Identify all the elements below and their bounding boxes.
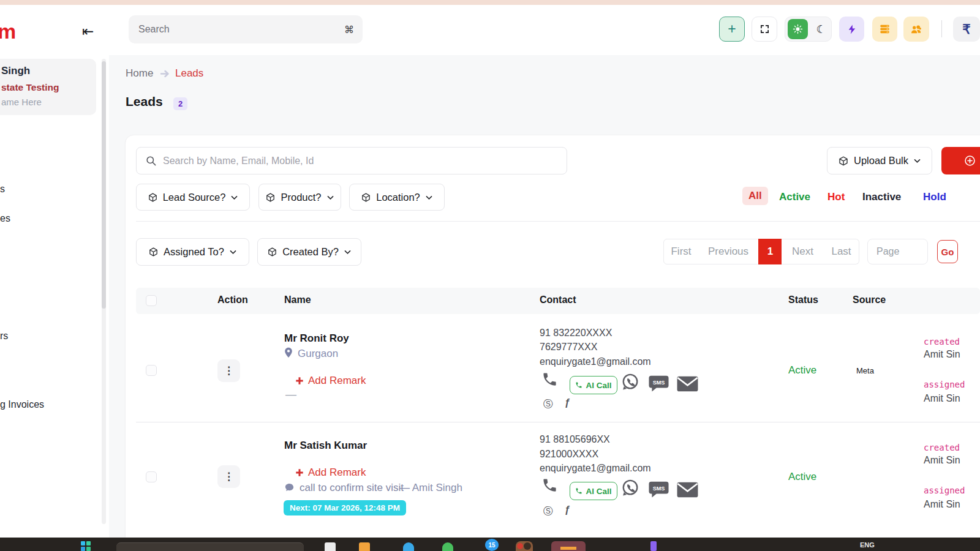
light-mode-button[interactable] [788,19,808,39]
row-divider [136,422,980,422]
sidebar-user-card[interactable]: Singh state Testing ame Here [0,59,96,115]
tab-hot[interactable]: Hot [827,191,845,203]
taskbar-app-icon[interactable] [442,542,453,551]
os-taskbar: 15 ENG [0,538,980,551]
pagination-next[interactable]: Next [782,239,824,264]
pagination-current[interactable]: 1 [758,239,782,264]
pagination-first[interactable]: First [663,239,699,264]
people-icon [910,23,922,36]
filter-lead-source[interactable]: Lead Source? [136,184,250,211]
sms-icon[interactable]: SMS [647,374,670,392]
leads-search-input[interactable] [163,156,559,167]
lead-name[interactable]: Mr Ronit Roy [284,332,349,345]
add-remark-link[interactable]: Add Remark [295,375,366,387]
taskbar-app-icon[interactable] [325,542,336,551]
sidebar-item[interactable]: rs [0,331,8,342]
leads-search[interactable] [136,147,567,174]
facebook-icon[interactable]: ƒ [565,397,570,408]
breadcrumb-current[interactable]: Leads [175,67,203,80]
column-contact: Contact [540,294,576,305]
automation-button[interactable] [839,17,864,42]
skype-icon[interactable]: Ⓢ [543,505,553,518]
collapse-sidebar-icon[interactable]: ⇤ [82,23,94,40]
tab-active[interactable]: Active [779,191,810,203]
sidebar-item[interactable]: es [0,213,10,224]
server-icon [879,23,891,35]
billing-button[interactable]: ₹ [953,17,980,42]
mail-icon[interactable] [676,375,699,392]
circle-plus-icon [963,154,976,167]
taskbar-search[interactable] [116,542,304,551]
chevron-down-icon [913,157,921,165]
sidebar-item[interactable]: s [0,184,5,195]
sidebar-scrollbar-thumb[interactable] [102,61,106,309]
facebook-icon[interactable]: ƒ [565,504,570,515]
created-by-name: Amit Sin [924,455,960,466]
taskbar-app-icon[interactable] [403,542,414,551]
tab-hold[interactable]: Hold [923,191,946,203]
ai-call-label: AI Call [586,381,611,390]
plus-icon [295,468,304,477]
skype-icon[interactable]: Ⓢ [543,398,553,411]
app-header: m ⇤ ⌘ + ☾ ₹ [0,5,980,55]
lead-phone-secondary: 7629777XXX [540,342,597,353]
global-search[interactable]: ⌘ [129,15,363,43]
lead-email: enquirygate1@gmail.com [540,356,651,367]
filter-created-by[interactable]: Created By? [257,238,361,266]
upload-bulk-button[interactable]: Upload Bulk [827,147,932,174]
global-search-input[interactable] [138,24,344,35]
row-actions-menu[interactable]: ⋮ [217,359,240,382]
team-button[interactable] [903,17,929,42]
dark-mode-button[interactable]: ☾ [816,23,826,36]
leads-count-badge: 2 [173,97,187,110]
row-actions-menu[interactable]: ⋮ [217,465,240,488]
command-shortcut-icon: ⌘ [344,24,354,36]
column-name: Name [284,294,311,305]
taskbar-app-icon[interactable] [650,541,657,551]
go-button[interactable]: Go [937,240,958,263]
mail-icon[interactable] [676,481,699,498]
package-icon [148,247,159,257]
taskbar-app-icon[interactable] [551,541,586,551]
chevron-down-icon [229,248,237,256]
filter-product[interactable]: Product? [258,184,341,211]
taskbar-app-icon[interactable] [359,542,370,551]
pagination-last[interactable]: Last [824,239,859,264]
theme-toggle[interactable]: ☾ [785,17,832,42]
data-manager-button[interactable] [872,17,897,42]
fullscreen-button[interactable] [752,17,777,42]
filter-assigned-to[interactable]: Assigned To? [136,238,249,266]
quick-add-button[interactable]: + [719,17,745,42]
breadcrumb-home[interactable]: Home [126,67,153,80]
sidebar-item[interactable]: g Invoices [0,399,44,410]
phone-icon[interactable] [541,371,558,388]
tab-inactive[interactable]: Inactive [862,191,901,203]
created-label: created [924,443,960,452]
windows-start-icon[interactable] [81,541,91,551]
filter-label: Assigned To? [164,246,224,258]
language-indicator[interactable]: ENG [860,541,875,549]
sms-icon[interactable]: SMS [647,480,670,498]
tab-all[interactable]: All [742,187,768,205]
phone-icon[interactable] [541,477,558,493]
ai-call-button[interactable]: AI Call [570,482,617,500]
select-all-checkbox[interactable] [146,295,157,306]
app-logo: m [0,20,16,43]
lead-location: Gurgaon [298,348,338,360]
add-lead-button[interactable] [941,147,980,174]
whatsapp-icon[interactable] [621,373,639,391]
upload-bulk-label: Upload Bulk [854,155,908,167]
package-icon [148,192,158,203]
whatsapp-icon[interactable] [621,479,639,497]
filter-label: Created By? [282,246,339,258]
row-checkbox[interactable] [146,365,157,376]
taskbar-app-icon[interactable] [516,541,533,551]
add-remark-link[interactable]: Add Remark [295,467,366,479]
row-checkbox[interactable] [146,471,157,482]
lead-source: Meta [856,366,874,375]
lead-name[interactable]: Mr Satish Kumar [284,440,367,452]
filter-location[interactable]: Location? [349,184,445,211]
pagination-previous[interactable]: Previous [698,239,759,264]
ai-call-button[interactable]: AI Call [570,376,617,394]
page-number-input[interactable] [867,239,928,264]
